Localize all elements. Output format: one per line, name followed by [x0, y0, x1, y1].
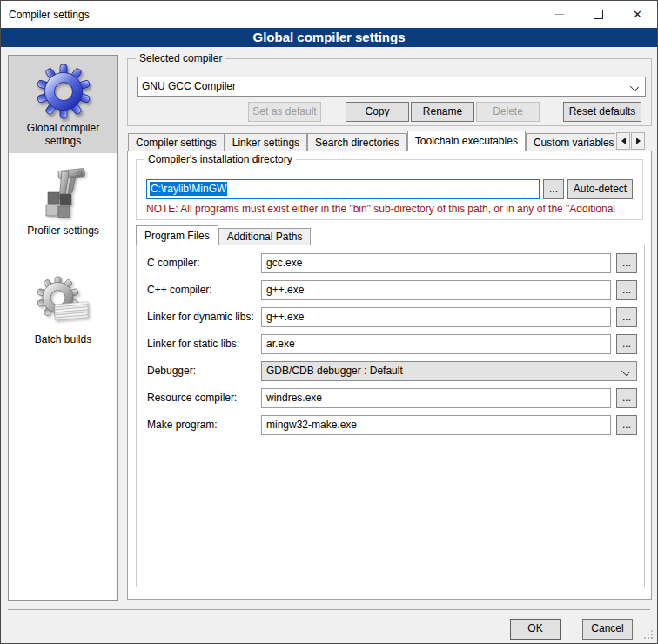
compiler-select[interactable]: GNU GCC Compiler: [137, 77, 646, 97]
install-dir-browse-button[interactable]: ...: [543, 179, 564, 199]
minimize-icon: [555, 14, 564, 15]
selected-compiler-group-label: Selected compiler: [136, 52, 225, 65]
auto-detect-button[interactable]: Auto-detect: [567, 179, 633, 199]
page-title: Global compiler settings: [1, 28, 657, 47]
chevron-down-icon: [630, 83, 639, 91]
resource-compiler-input[interactable]: windres.exe: [261, 388, 611, 408]
copy-button[interactable]: Copy: [346, 102, 409, 122]
programs-subtabs: Program Files Additional Paths: [136, 226, 311, 245]
linker-dynamic-input[interactable]: g++.exe: [261, 307, 611, 327]
install-dir-note: NOTE: All programs must exist either in …: [146, 203, 641, 215]
resource-compiler-row: Resource compiler: windres.exe ...: [137, 388, 644, 408]
reset-defaults-button[interactable]: Reset defaults: [563, 102, 641, 122]
linker-static-label: Linker for static libs:: [147, 338, 239, 350]
minimize-button[interactable]: [540, 1, 579, 28]
cpp-compiler-input[interactable]: g++.exe: [261, 280, 611, 300]
debugger-label: Debugger:: [147, 365, 196, 377]
c-compiler-label: C compiler:: [147, 257, 200, 269]
set-as-default-button[interactable]: Set as default: [248, 102, 321, 122]
linker-static-browse-button[interactable]: ...: [616, 334, 637, 354]
chevron-down-icon: [621, 367, 630, 376]
cpp-compiler-browse-button[interactable]: ...: [616, 280, 637, 300]
debugger-row: Debugger: GDB/CDB debugger : Default: [137, 361, 644, 381]
linker-static-input[interactable]: ar.exe: [261, 334, 611, 354]
ok-button[interactable]: OK: [510, 619, 561, 640]
rename-button[interactable]: Rename: [411, 102, 474, 122]
sidebar-item-profiler-settings[interactable]: Profiler settings: [9, 158, 118, 243]
tab-toolchain-executables[interactable]: Toolchain executables: [407, 131, 526, 151]
compiler-select-value: GNU GCC Compiler: [142, 80, 236, 92]
gear-stack-icon: [36, 275, 91, 331]
footer-separator: [8, 609, 650, 610]
resource-compiler-browse-button[interactable]: ...: [616, 388, 637, 408]
make-program-input[interactable]: mingw32-make.exe: [261, 415, 611, 435]
program-files-page: C compiler: gcc.exe ... C++ compiler: g+…: [136, 245, 645, 587]
window-title: Compiler settings: [1, 9, 90, 21]
install-dir-value: C:\raylib\MinGW: [150, 182, 227, 196]
toolchain-executables-page: Compiler's installation directory C:\ray…: [127, 151, 652, 600]
tab-search-directories[interactable]: Search directories: [307, 133, 407, 151]
sidebar-item-label: Profiler settings: [11, 225, 115, 238]
linker-static-row: Linker for static libs: ar.exe ...: [137, 334, 644, 354]
installation-directory-group: Compiler's installation directory C:\ray…: [136, 159, 643, 220]
delete-button[interactable]: Delete: [476, 102, 540, 122]
make-program-browse-button[interactable]: ...: [616, 415, 637, 435]
c-compiler-row: C compiler: gcc.exe ...: [137, 253, 644, 273]
close-icon: ✕: [633, 9, 642, 20]
subtab-additional-paths[interactable]: Additional Paths: [218, 228, 312, 245]
sidebar-item-label: Global compiler settings: [11, 122, 115, 148]
linker-dynamic-row: Linker for dynamic libs: g++.exe ...: [137, 307, 644, 327]
sidebar-item-batch-builds[interactable]: Batch builds: [9, 267, 118, 352]
tab-scroll-left-button[interactable]: [616, 132, 630, 150]
debugger-select[interactable]: GDB/CDB debugger : Default: [261, 361, 637, 381]
linker-dynamic-label: Linker for dynamic libs:: [147, 311, 254, 323]
selected-compiler-group: Selected compiler GNU GCC Compiler Set a…: [127, 58, 652, 126]
linker-dynamic-browse-button[interactable]: ...: [616, 307, 637, 327]
sidebar-item-global-compiler-settings[interactable]: Global compiler settings: [9, 56, 118, 153]
settings-category-list: Global compiler settings: [8, 55, 118, 601]
tab-scroll-buttons: [616, 132, 645, 150]
make-program-label: Make program:: [147, 419, 218, 431]
subtab-program-files[interactable]: Program Files: [136, 225, 218, 245]
resource-compiler-label: Resource compiler:: [147, 392, 237, 404]
compiler-settings-dialog: Compiler settings ✕ Global compiler sett…: [0, 0, 658, 644]
cpp-compiler-row: C++ compiler: g++.exe ...: [137, 280, 644, 300]
cancel-button[interactable]: Cancel: [582, 619, 633, 640]
tab-scroll-right-icon: [636, 138, 641, 144]
debugger-select-value: GDB/CDB debugger : Default: [266, 365, 403, 377]
gear-blue-icon: [36, 64, 91, 119]
resize-grip[interactable]: [651, 637, 653, 639]
installation-directory-group-label: Compiler's installation directory: [144, 153, 296, 166]
c-compiler-input[interactable]: gcc.exe: [261, 253, 611, 273]
close-button[interactable]: ✕: [618, 1, 657, 28]
maximize-icon: [594, 10, 603, 19]
tab-custom-variables[interactable]: Custom variables: [526, 133, 615, 151]
sidebar-item-label: Batch builds: [11, 333, 115, 346]
c-compiler-browse-button[interactable]: ...: [616, 253, 637, 273]
caliper-icon: [36, 166, 91, 222]
tab-scroll-left-icon: [621, 138, 626, 144]
tab-scroll-right-button[interactable]: [631, 132, 645, 150]
settings-tabstrip: Compiler settings Linker settings Search…: [128, 131, 615, 151]
tab-compiler-settings[interactable]: Compiler settings: [128, 133, 225, 151]
tab-linker-settings[interactable]: Linker settings: [225, 133, 307, 151]
window-controls: ✕: [540, 1, 657, 28]
make-program-row: Make program: mingw32-make.exe ...: [137, 415, 644, 435]
cpp-compiler-label: C++ compiler:: [147, 284, 212, 296]
install-dir-input[interactable]: C:\raylib\MinGW: [146, 179, 540, 199]
maximize-button[interactable]: [579, 1, 618, 28]
